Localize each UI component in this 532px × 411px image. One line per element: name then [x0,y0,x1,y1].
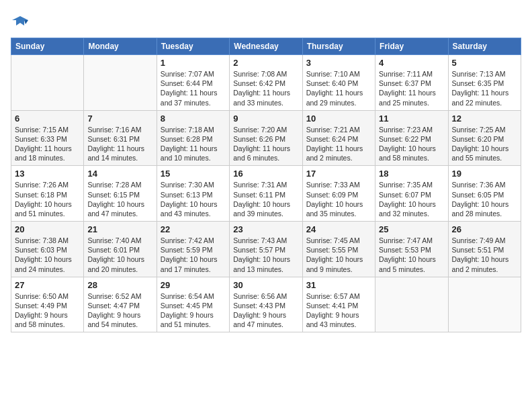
day-number: 27 [15,280,80,290]
calendar-cell [84,55,157,111]
day-detail: Sunrise: 7:28 AM Sunset: 6:15 PM Dayligh… [87,180,152,218]
day-detail: Sunrise: 7:31 AM Sunset: 6:11 PM Dayligh… [233,180,298,218]
day-detail: Sunrise: 7:26 AM Sunset: 6:18 PM Dayligh… [15,180,80,218]
calendar-cell: 13Sunrise: 7:26 AM Sunset: 6:18 PM Dayli… [11,166,84,222]
calendar-cell: 2Sunrise: 7:08 AM Sunset: 6:42 PM Daylig… [230,55,302,111]
day-number: 31 [306,280,371,290]
day-number: 28 [87,280,152,290]
calendar-cell: 19Sunrise: 7:36 AM Sunset: 6:05 PM Dayli… [448,166,521,222]
day-number: 15 [161,169,226,179]
day-detail: Sunrise: 6:56 AM Sunset: 4:43 PM Dayligh… [233,291,298,330]
day-detail: Sunrise: 7:42 AM Sunset: 5:59 PM Dayligh… [161,236,226,274]
day-number: 7 [87,113,152,124]
day-detail: Sunrise: 6:57 AM Sunset: 4:41 PM Dayligh… [306,291,371,330]
day-detail: Sunrise: 7:36 AM Sunset: 6:05 PM Dayligh… [452,180,517,218]
day-number: 22 [161,224,226,234]
day-number: 17 [306,169,371,179]
header-monday: Monday [84,38,157,55]
calendar-cell: 31Sunrise: 6:57 AM Sunset: 4:41 PM Dayli… [302,277,375,332]
day-detail: Sunrise: 6:54 AM Sunset: 4:45 PM Dayligh… [161,291,226,330]
day-detail: Sunrise: 7:49 AM Sunset: 5:51 PM Dayligh… [452,236,517,274]
header-friday: Friday [375,38,448,55]
day-number: 24 [306,224,371,234]
day-number: 13 [15,169,80,179]
day-number: 2 [233,58,298,68]
day-number: 30 [233,280,298,290]
calendar-cell: 7Sunrise: 7:16 AM Sunset: 6:31 PM Daylig… [84,110,157,166]
header-tuesday: Tuesday [157,38,229,55]
day-detail: Sunrise: 7:47 AM Sunset: 5:53 PM Dayligh… [379,236,444,274]
calendar-cell: 12Sunrise: 7:25 AM Sunset: 6:20 PM Dayli… [448,110,521,166]
day-number: 25 [379,224,444,234]
day-number: 5 [452,58,517,68]
day-detail: Sunrise: 7:15 AM Sunset: 6:33 PM Dayligh… [15,125,80,163]
day-number: 6 [15,113,80,124]
day-detail: Sunrise: 7:07 AM Sunset: 6:44 PM Dayligh… [161,69,226,107]
calendar-week-4: 20Sunrise: 7:38 AM Sunset: 6:03 PM Dayli… [11,222,521,277]
page-header [11,11,521,32]
day-detail: Sunrise: 7:33 AM Sunset: 6:09 PM Dayligh… [306,180,371,218]
day-number: 20 [15,224,80,234]
day-number: 21 [87,224,152,234]
day-number: 16 [233,169,298,179]
day-number: 9 [233,113,298,124]
calendar-cell: 4Sunrise: 7:11 AM Sunset: 6:37 PM Daylig… [375,55,448,111]
day-number: 19 [452,169,517,179]
day-detail: Sunrise: 7:16 AM Sunset: 6:31 PM Dayligh… [87,125,152,163]
calendar-cell: 8Sunrise: 7:18 AM Sunset: 6:28 PM Daylig… [157,110,229,166]
calendar-cell: 25Sunrise: 7:47 AM Sunset: 5:53 PM Dayli… [375,222,448,277]
header-sunday: Sunday [11,38,84,55]
calendar-cell: 17Sunrise: 7:33 AM Sunset: 6:09 PM Dayli… [302,166,375,222]
day-number: 11 [379,113,444,124]
calendar-cell: 16Sunrise: 7:31 AM Sunset: 6:11 PM Dayli… [230,166,302,222]
calendar-cell: 1Sunrise: 7:07 AM Sunset: 6:44 PM Daylig… [157,55,229,111]
calendar-cell: 29Sunrise: 6:54 AM Sunset: 4:45 PM Dayli… [157,277,229,332]
calendar-cell: 14Sunrise: 7:28 AM Sunset: 6:15 PM Dayli… [84,166,157,222]
header-thursday: Thursday [302,38,375,55]
day-number: 26 [452,224,517,234]
day-number: 3 [306,58,371,68]
calendar-cell: 10Sunrise: 7:21 AM Sunset: 6:24 PM Dayli… [302,110,375,166]
day-number: 18 [379,169,444,179]
day-number: 4 [379,58,444,68]
calendar-cell: 30Sunrise: 6:56 AM Sunset: 4:43 PM Dayli… [230,277,302,332]
calendar-cell [375,277,448,332]
day-detail: Sunrise: 7:21 AM Sunset: 6:24 PM Dayligh… [306,125,371,163]
day-number: 1 [161,58,226,68]
day-detail: Sunrise: 7:35 AM Sunset: 6:07 PM Dayligh… [379,180,444,218]
calendar-cell: 24Sunrise: 7:45 AM Sunset: 5:55 PM Dayli… [302,222,375,277]
day-number: 29 [161,280,226,290]
day-detail: Sunrise: 7:11 AM Sunset: 6:37 PM Dayligh… [379,69,444,107]
day-detail: Sunrise: 7:23 AM Sunset: 6:22 PM Dayligh… [379,125,444,163]
day-detail: Sunrise: 7:13 AM Sunset: 6:35 PM Dayligh… [452,69,517,107]
calendar-week-2: 6Sunrise: 7:15 AM Sunset: 6:33 PM Daylig… [11,110,521,166]
header-saturday: Saturday [448,38,521,55]
day-number: 14 [87,169,152,179]
day-number: 12 [452,113,517,124]
calendar-cell: 11Sunrise: 7:23 AM Sunset: 6:22 PM Dayli… [375,110,448,166]
day-detail: Sunrise: 7:18 AM Sunset: 6:28 PM Dayligh… [161,125,226,163]
day-detail: Sunrise: 7:43 AM Sunset: 5:57 PM Dayligh… [233,236,298,274]
day-detail: Sunrise: 7:45 AM Sunset: 5:55 PM Dayligh… [306,236,371,274]
day-detail: Sunrise: 6:52 AM Sunset: 4:47 PM Dayligh… [87,291,152,330]
calendar-cell: 22Sunrise: 7:42 AM Sunset: 5:59 PM Dayli… [157,222,229,277]
calendar-cell: 6Sunrise: 7:15 AM Sunset: 6:33 PM Daylig… [11,110,84,166]
day-detail: Sunrise: 7:30 AM Sunset: 6:13 PM Dayligh… [161,180,226,218]
calendar-cell: 21Sunrise: 7:40 AM Sunset: 6:01 PM Dayli… [84,222,157,277]
calendar-cell: 28Sunrise: 6:52 AM Sunset: 4:47 PM Dayli… [84,277,157,332]
calendar-cell: 26Sunrise: 7:49 AM Sunset: 5:51 PM Dayli… [448,222,521,277]
calendar-header-row: SundayMondayTuesdayWednesdayThursdayFrid… [11,38,521,55]
calendar-cell: 20Sunrise: 7:38 AM Sunset: 6:03 PM Dayli… [11,222,84,277]
day-detail: Sunrise: 7:20 AM Sunset: 6:26 PM Dayligh… [233,125,298,163]
day-detail: Sunrise: 7:40 AM Sunset: 6:01 PM Dayligh… [87,236,152,274]
calendar-cell: 15Sunrise: 7:30 AM Sunset: 6:13 PM Dayli… [157,166,229,222]
day-number: 23 [233,224,298,234]
calendar-cell: 18Sunrise: 7:35 AM Sunset: 6:07 PM Dayli… [375,166,448,222]
calendar-table: SundayMondayTuesdayWednesdayThursdayFrid… [11,38,521,332]
calendar-cell: 23Sunrise: 7:43 AM Sunset: 5:57 PM Dayli… [230,222,302,277]
calendar-cell: 9Sunrise: 7:20 AM Sunset: 6:26 PM Daylig… [230,110,302,166]
day-number: 10 [306,113,371,124]
day-number: 8 [161,113,226,124]
day-detail: Sunrise: 7:10 AM Sunset: 6:40 PM Dayligh… [306,69,371,107]
day-detail: Sunrise: 7:25 AM Sunset: 6:20 PM Dayligh… [452,125,517,163]
